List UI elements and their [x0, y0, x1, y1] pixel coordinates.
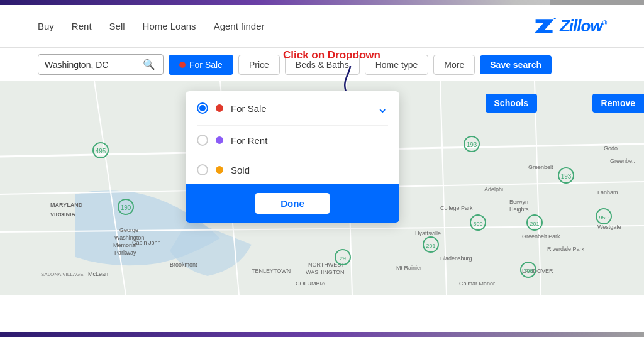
zillow-logo-icon [533, 17, 556, 36]
svg-text:Parkway: Parkway [114, 250, 136, 256]
svg-text:798: 798 [523, 268, 533, 274]
price-label: Price [249, 60, 269, 70]
save-search-button[interactable]: Save search [480, 55, 552, 74]
for-sale-option-label: For Sale [231, 103, 267, 114]
svg-text:29: 29 [340, 255, 346, 262]
nav-sell[interactable]: Sell [109, 21, 125, 31]
svg-text:Westgate: Westgate [597, 224, 621, 230]
svg-text:VIRGINIA: VIRGINIA [50, 211, 76, 218]
svg-text:193: 193 [561, 173, 572, 180]
home-type-button[interactable]: Home type [365, 55, 429, 75]
search-bar: 🔍 For Sale Price Beds & Baths Home type … [0, 48, 644, 81]
dropdown-option-sold[interactable]: Sold [186, 155, 399, 184]
svg-text:Bladensburg: Bladensburg [440, 255, 472, 262]
for-rent-radio[interactable] [197, 135, 208, 146]
svg-text:TENLEYTOWN: TENLEYTOWN [252, 268, 291, 274]
svg-text:950: 950 [599, 214, 608, 221]
svg-text:WASHINGTON: WASHINGTON [306, 269, 345, 275]
zillow-logo: Zillow® [533, 16, 606, 36]
nav-buy[interactable]: Buy [38, 21, 54, 31]
svg-text:MARYLAND: MARYLAND [50, 202, 83, 208]
svg-text:Colmar Manor: Colmar Manor [459, 280, 495, 287]
schools-button[interactable]: Schools [486, 94, 537, 113]
svg-text:Adelphi: Adelphi [484, 186, 503, 192]
svg-text:Godo..: Godo.. [604, 145, 621, 152]
more-label: More [444, 60, 464, 70]
save-search-label: Save search [490, 60, 541, 70]
svg-text:Mt Rainier: Mt Rainier [396, 265, 422, 271]
top-decorative-bar [0, 0, 644, 5]
done-label: Done [280, 198, 304, 209]
svg-text:Lanham: Lanham [597, 189, 618, 196]
svg-text:Brookmont: Brookmont [170, 262, 197, 268]
main-nav: Buy Rent Sell Home Loans Agent finder Zi… [0, 5, 644, 48]
search-icon-button[interactable]: 🔍 [143, 58, 155, 70]
svg-text:Greenbe..: Greenbe.. [610, 158, 635, 164]
svg-text:College Park: College Park [440, 205, 473, 211]
svg-text:COLUMBIA: COLUMBIA [296, 280, 325, 287]
svg-text:Hyattsville: Hyattsville [415, 230, 441, 236]
zillow-text: Zillow® [560, 16, 606, 36]
dropdown-option-for-sale[interactable]: For Sale ⌄ [186, 91, 399, 125]
nav-links: Buy Rent Sell Home Loans Agent finder [38, 21, 265, 31]
remove-button[interactable]: Remove [592, 94, 644, 113]
svg-text:Washington: Washington [114, 235, 144, 241]
svg-text:193: 193 [467, 141, 477, 148]
nav-agent-finder[interactable]: Agent finder [214, 21, 265, 31]
listing-type-dropdown: For Sale ⌄ For Rent Sold Done [186, 91, 399, 223]
search-input-wrapper[interactable]: 🔍 [38, 54, 164, 75]
svg-text:Memorial: Memorial [113, 242, 136, 248]
for-sale-color-dot [216, 104, 223, 112]
schools-label: Schools [494, 98, 528, 108]
remove-label: Remove [601, 98, 635, 108]
for-sale-chevron: ⌄ [377, 100, 388, 116]
sold-color-dot [216, 166, 223, 174]
svg-text:Greenbelt: Greenbelt [528, 164, 553, 170]
home-type-label: Home type [375, 60, 418, 70]
for-sale-label: For Sale [189, 60, 223, 70]
svg-text:SALONA VILLAGE: SALONA VILLAGE [41, 272, 84, 277]
svg-text:201: 201 [426, 243, 435, 249]
for-sale-dot [179, 62, 186, 68]
beds-baths-button[interactable]: Beds & Baths [285, 55, 360, 75]
svg-text:Riverdale Park: Riverdale Park [547, 246, 585, 252]
price-button[interactable]: Price [238, 55, 280, 75]
done-button[interactable]: Done [255, 193, 330, 214]
search-input[interactable] [45, 60, 139, 70]
for-sale-button[interactable]: For Sale [169, 55, 233, 75]
dropdown-footer: Done [186, 184, 399, 223]
svg-text:201: 201 [530, 221, 539, 227]
svg-text:Berwyn: Berwyn [509, 199, 528, 205]
nav-rent[interactable]: Rent [72, 21, 92, 31]
dropdown-option-for-rent[interactable]: For Rent [186, 126, 399, 155]
sold-radio[interactable] [197, 164, 208, 175]
for-sale-radio[interactable] [197, 102, 208, 114]
svg-text:NORTHWEST: NORTHWEST [308, 262, 345, 268]
svg-text:190: 190 [121, 204, 131, 211]
svg-text:George: George [119, 227, 138, 233]
nav-home-loans[interactable]: Home Loans [143, 21, 196, 31]
for-rent-option-label: For Rent [231, 135, 267, 146]
svg-text:McLean: McLean [88, 271, 108, 277]
svg-text:Greenbelt Park: Greenbelt Park [522, 233, 560, 240]
more-button[interactable]: More [433, 55, 475, 75]
for-rent-color-dot [216, 136, 223, 144]
svg-text:500: 500 [473, 221, 482, 227]
beds-baths-label: Beds & Baths [296, 60, 349, 70]
svg-text:Heights: Heights [509, 206, 529, 213]
bottom-decorative-bar [0, 332, 644, 337]
svg-text:495: 495 [96, 148, 106, 155]
sold-option-label: Sold [231, 165, 250, 175]
